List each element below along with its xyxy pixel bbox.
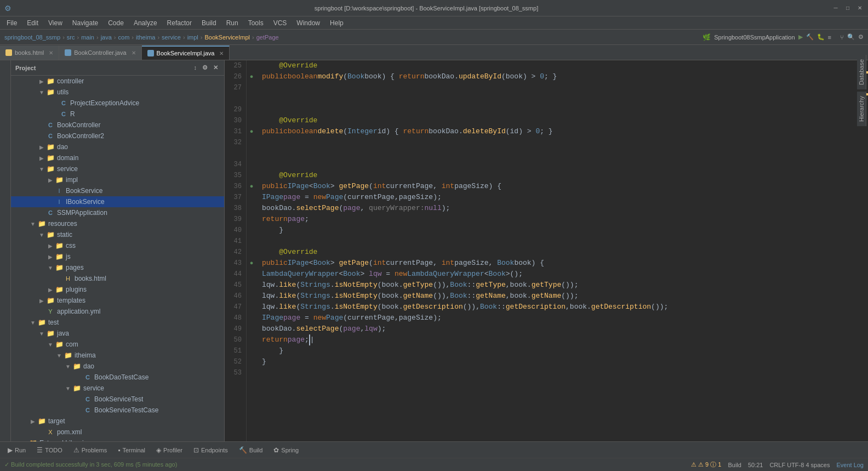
menu-item-run[interactable]: Run bbox=[222, 18, 243, 28]
tree-label-dao: dao bbox=[57, 143, 68, 151]
tree-item-BookDaoTestCase[interactable]: C BookDaoTestCase bbox=[11, 372, 224, 383]
tree-item-resources[interactable]: ▼ 📁 resources bbox=[11, 218, 224, 229]
tree-item-css[interactable]: ▶ 📁 css bbox=[11, 240, 224, 251]
breadcrumb-impl[interactable]: impl bbox=[187, 34, 198, 41]
menu-item-help[interactable]: Help bbox=[326, 18, 348, 28]
tree-item-IBookService[interactable]: I IBookService bbox=[11, 196, 224, 207]
tree-label-templates: templates bbox=[57, 297, 85, 304]
spring-button[interactable]: ✿ Spring bbox=[270, 445, 302, 455]
more-run-options[interactable]: ≡ bbox=[828, 34, 831, 41]
tree-item-impl[interactable]: ▶ 📁 impl bbox=[11, 174, 224, 185]
tree-item-dao[interactable]: ▶ 📁 dao bbox=[11, 141, 224, 152]
tree-item-application-yml[interactable]: Y application.yml bbox=[11, 306, 224, 317]
tree-item-BookService[interactable]: I BookService bbox=[11, 185, 224, 196]
endpoints-button[interactable]: ⊡ Endpoints bbox=[190, 445, 231, 455]
tree-label-service: service bbox=[57, 165, 78, 173]
tree-item-utils[interactable]: ▼ 📁 utils bbox=[11, 87, 224, 98]
close-sidebar-button[interactable]: ✕ bbox=[212, 64, 220, 72]
breadcrumb-com[interactable]: com bbox=[118, 34, 130, 41]
project-title: Project bbox=[15, 65, 36, 71]
encoding-info: CRLF UTF-8 4 spaces bbox=[769, 462, 830, 468]
menu-item-vcs[interactable]: VCS bbox=[269, 18, 292, 28]
tab-bar: books.html ✕ BookController.java ✕ BookS… bbox=[0, 45, 868, 60]
tree-item-books-html[interactable]: H books.html bbox=[11, 273, 224, 284]
code-text[interactable]: @Override public boolean modify(Book boo… bbox=[258, 60, 863, 441]
git-icon[interactable]: ⑂ bbox=[840, 34, 844, 41]
run-tool-button[interactable]: ▶ Run bbox=[4, 445, 29, 455]
menu-item-file[interactable]: File bbox=[2, 18, 21, 28]
tree-item-BookServiceTestCase[interactable]: C BookServiceTestCase bbox=[11, 405, 224, 416]
search-everywhere-icon[interactable]: 🔍 bbox=[847, 33, 855, 41]
menu-item-code[interactable]: Code bbox=[104, 18, 128, 28]
tree-item-js[interactable]: ▶ 📁 js bbox=[11, 251, 224, 262]
profiler-button[interactable]: ◈ Profiler bbox=[153, 445, 186, 455]
tree-item-BookController2[interactable]: C BookController2 bbox=[11, 130, 224, 141]
build-tool-button[interactable]: 🔨 Build bbox=[236, 445, 266, 455]
todo-button[interactable]: ☰ TODO bbox=[33, 445, 66, 455]
tree-item-itheima-test[interactable]: ▼ 📁 itheima bbox=[11, 350, 224, 361]
event-log-button[interactable]: Event Log bbox=[836, 462, 864, 468]
breadcrumb-java[interactable]: java bbox=[101, 34, 112, 41]
tree-item-dao-test[interactable]: ▼ 📁 dao bbox=[11, 361, 224, 372]
tree-item-service[interactable]: ▼ 📁 service bbox=[11, 163, 224, 174]
tab-books-html[interactable]: books.html ✕ bbox=[0, 46, 59, 60]
tree-item-BookServiceTest[interactable]: C BookServiceTest bbox=[11, 394, 224, 405]
tree-item-pom-xml[interactable]: X pom.xml bbox=[11, 427, 224, 438]
tree-item-SSMPApplication[interactable]: C SSMPApplication bbox=[11, 207, 224, 218]
tree-item-test[interactable]: ▼ 📁 test bbox=[11, 317, 224, 328]
tree-item-BookController[interactable]: C BookController bbox=[11, 120, 224, 130]
window-controls[interactable]: ─ □ ✕ bbox=[832, 4, 864, 12]
tab-close-book-service-impl[interactable]: ✕ bbox=[219, 50, 224, 56]
tree-item-pages[interactable]: ▼ 📁 pages bbox=[11, 262, 224, 273]
breadcrumb-method[interactable]: getPage bbox=[256, 34, 279, 41]
hierarchy-tab[interactable]: Hierarchy bbox=[857, 92, 866, 126]
build-button[interactable]: 🔨 bbox=[806, 33, 814, 41]
run-button[interactable]: ▶ bbox=[798, 33, 803, 41]
settings-gear-icon[interactable]: ⚙ bbox=[201, 64, 209, 72]
code-line-51: } bbox=[262, 345, 858, 356]
menu-item-window[interactable]: Window bbox=[292, 18, 324, 28]
minimize-button[interactable]: ─ bbox=[832, 4, 840, 12]
tree-item-ProjectExceptionAdvice[interactable]: C ProjectExceptionAdvice bbox=[11, 98, 224, 109]
close-button[interactable]: ✕ bbox=[856, 4, 864, 12]
menu-item-navigate[interactable]: Navigate bbox=[68, 18, 102, 28]
problems-button[interactable]: ⚠ Problems bbox=[70, 445, 110, 455]
tab-close-book-controller[interactable]: ✕ bbox=[132, 50, 136, 56]
menu-item-refactor[interactable]: Refactor bbox=[163, 18, 196, 28]
tree-label-static: static bbox=[57, 231, 72, 239]
breadcrumb-itheima[interactable]: itheima bbox=[136, 34, 155, 41]
tree-item-templates[interactable]: ▶ 📁 templates bbox=[11, 295, 224, 306]
terminal-button[interactable]: ▪ Terminal bbox=[115, 445, 149, 455]
menu-item-build[interactable]: Build bbox=[197, 18, 221, 28]
tree-item-java-test[interactable]: ▼ 📁 java bbox=[11, 328, 224, 339]
menu-item-view[interactable]: View bbox=[44, 18, 67, 28]
breadcrumb-src[interactable]: src bbox=[67, 34, 75, 41]
collapse-all-button[interactable]: ↕ bbox=[192, 64, 199, 72]
menu-item-tools[interactable]: Tools bbox=[244, 18, 268, 28]
menu-item-analyze[interactable]: Analyze bbox=[129, 18, 162, 28]
breadcrumb-main[interactable]: main bbox=[81, 34, 94, 41]
settings-icon[interactable]: ⚙ bbox=[858, 33, 864, 41]
tree-item-R[interactable]: C R bbox=[11, 109, 224, 120]
breadcrumb-project[interactable]: springboot_08_ssmp bbox=[4, 34, 60, 41]
tab-book-controller[interactable]: BookController.java ✕ bbox=[59, 46, 141, 60]
code-view[interactable]: 25 26 27 29 30 31 32 34 35 36 37 38 39 4… bbox=[225, 60, 868, 441]
tree-item-service-test[interactable]: ▼ 📁 service bbox=[11, 383, 224, 394]
breadcrumb-service[interactable]: service bbox=[162, 34, 181, 41]
tree-item-target[interactable]: ▶ 📁 target bbox=[11, 416, 224, 427]
database-tab[interactable]: Database bbox=[857, 60, 866, 89]
maximize-button[interactable]: □ bbox=[844, 4, 852, 12]
breadcrumb-class[interactable]: BookServiceImpl bbox=[204, 34, 250, 41]
tree-item-external-libraries[interactable]: ▶ 📁 External Libraries bbox=[11, 438, 224, 441]
tab-close-books-html[interactable]: ✕ bbox=[49, 50, 53, 56]
tree-item-com-test[interactable]: ▼ 📁 com bbox=[11, 339, 224, 350]
tree-item-domain[interactable]: ▶ 📁 domain bbox=[11, 152, 224, 163]
code-line-26: public boolean modify(Book book) { retur… bbox=[262, 71, 858, 82]
run-debug-button[interactable]: 🐛 bbox=[817, 33, 825, 41]
folder-icon-impl: 📁 bbox=[55, 175, 64, 184]
tree-item-plugins[interactable]: ▶ 📁 plugins bbox=[11, 284, 224, 295]
tab-book-service-impl[interactable]: BookServiceImpl.java ✕ bbox=[142, 46, 230, 60]
menu-item-edit[interactable]: Edit bbox=[22, 18, 43, 28]
tree-item-static[interactable]: ▼ 📁 static bbox=[11, 229, 224, 240]
tree-item-controller[interactable]: ▶ 📁 controller bbox=[11, 76, 224, 87]
